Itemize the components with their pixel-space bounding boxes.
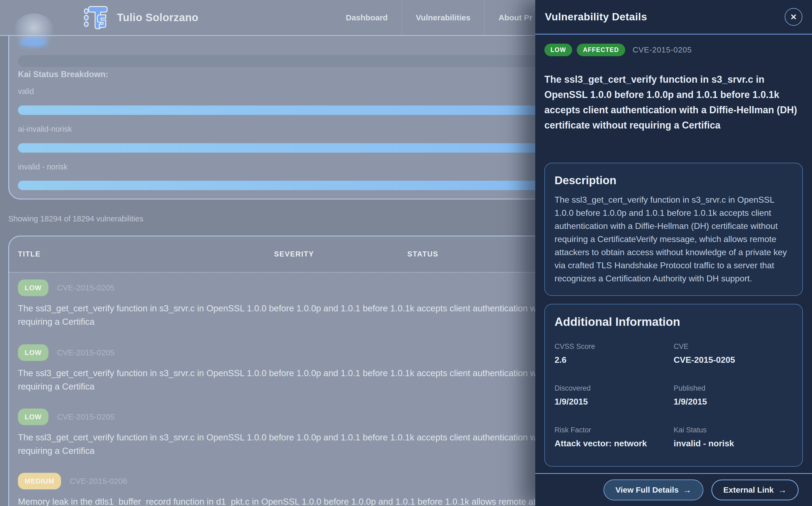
panel-footer: View Full Details → External Link → <box>535 473 812 506</box>
description-card: Description The ssl3_get_cert_verify fun… <box>544 163 803 296</box>
severity-badge: LOW <box>18 279 48 296</box>
cve-id: CVE-2015-0206 <box>70 477 127 486</box>
kai-status-label-invalid-norisk: invalid - norisk <box>18 163 68 171</box>
field-risk-factor: Risk Factor Attack vector: network <box>554 426 674 448</box>
field-cvss-score: CVSS Score 2.6 <box>554 342 674 365</box>
vulnerability-details-panel: Vulnerability Details ✕ LOW AFFECTED CVE… <box>535 0 812 506</box>
cve-id: CVE-2015-0205 <box>57 348 115 357</box>
severity-badge: LOW <box>18 344 48 361</box>
cve-id: CVE-2015-0205 <box>57 283 115 292</box>
additional-information-card: Additional Information CVSS Score 2.6 CV… <box>544 304 803 467</box>
results-count-text: Showing 18294 of 18294 vulnerabilities <box>8 215 143 223</box>
kai-status-label-valid: valid <box>18 87 34 96</box>
nav-item-vulnerabilities[interactable]: Vulnerabilities <box>402 0 484 36</box>
column-header-severity: SEVERITY <box>274 236 314 272</box>
status-badge: AFFECTED <box>577 44 625 56</box>
close-panel-button[interactable]: ✕ <box>785 8 802 26</box>
panel-body: LOW AFFECTED CVE-2015-0205 The ssl3_get_… <box>535 34 812 473</box>
cve-id: CVE-2015-0205 <box>57 412 115 421</box>
cve-id: CVE-2015-0205 <box>633 46 692 54</box>
field-kai-status: Kai Status invalid - norisk <box>674 426 793 448</box>
column-header-status: STATUS <box>407 236 438 272</box>
field-published: Published 1/9/2015 <box>674 384 793 407</box>
app-screen: Tulio Solorzano Dashboard Vulnerabilitie… <box>0 0 812 506</box>
info-grid: CVSS Score 2.6 CVE CVE-2015-0205 Discove… <box>554 342 793 456</box>
brand[interactable]: Tulio Solorzano <box>82 4 199 31</box>
close-icon: ✕ <box>790 12 797 22</box>
description-body: The ssl3_get_cert_verify function in s3_… <box>554 193 793 285</box>
brand-logo-icon <box>82 4 109 31</box>
additional-information-heading: Additional Information <box>554 315 793 329</box>
severity-badge: LOW <box>544 44 572 56</box>
vulnerability-title: The ssl3_get_cert_verify function in s3_… <box>544 72 803 133</box>
severity-badge: LOW <box>18 409 48 425</box>
column-header-title: TITLE <box>18 236 41 272</box>
external-link-button[interactable]: External Link → <box>711 480 799 500</box>
nav-item-dashboard[interactable]: Dashboard <box>332 0 402 36</box>
kai-breakdown-title: Kai Status Breakdown: <box>18 70 108 79</box>
panel-title: Vulnerability Details <box>545 11 647 23</box>
field-cve: CVE CVE-2015-0205 <box>674 342 793 365</box>
severity-badge: MEDIUM <box>18 473 61 489</box>
view-full-details-button[interactable]: View Full Details → <box>604 480 703 500</box>
panel-header: Vulnerability Details ✕ <box>535 0 812 34</box>
nav-items: Dashboard Vulnerabilities About Pr <box>332 0 546 36</box>
field-discovered: Discovered 1/9/2015 <box>554 384 674 407</box>
badges-row: LOW AFFECTED CVE-2015-0205 <box>544 44 803 56</box>
kai-status-label-ai-invalid-norisk: ai-invalid-norisk <box>18 125 72 134</box>
description-heading: Description <box>554 174 793 187</box>
brand-name: Tulio Solorzano <box>117 11 199 23</box>
arrow-right-icon: → <box>683 485 692 495</box>
arrow-right-icon: → <box>778 485 787 495</box>
